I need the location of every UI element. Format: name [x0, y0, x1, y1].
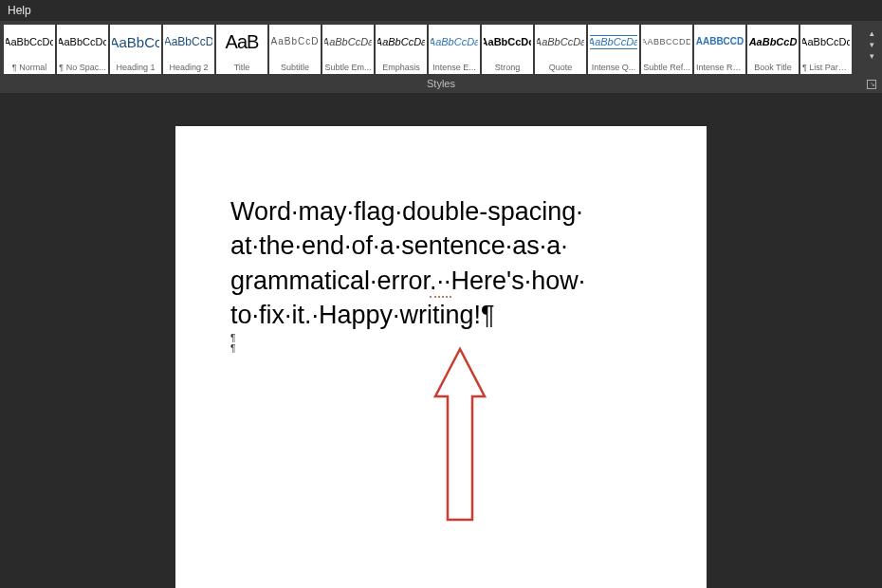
style-item-strong[interactable]: AaBbCcDcStrong: [482, 25, 533, 74]
styles-gallery: AaBbCcDc¶ NormalAaBbCcDc¶ No Spac...AaBb…: [4, 25, 861, 74]
chevron-down-icon: ▾: [870, 40, 874, 49]
style-item-no-spac[interactable]: AaBbCcDc¶ No Spac...: [57, 25, 108, 74]
text-line-3b: Here's·how·: [451, 266, 586, 295]
styles-group-label: Styles ↘: [0, 76, 882, 93]
style-label: ¶ Normal: [6, 63, 53, 72]
style-label: Title: [218, 63, 266, 72]
style-label: Intense Q...: [590, 63, 637, 72]
ribbon: AaBbCcDc¶ NormalAaBbCcDc¶ No Spac...AaBb…: [0, 21, 882, 76]
style-item-list-para[interactable]: AaBbCcDc¶ List Para...: [800, 25, 852, 74]
gallery-expand[interactable]: ▴ ▾ ▾: [865, 25, 878, 64]
style-sample: AaBbCcD: [165, 28, 212, 55]
chevron-expand-icon: ▾: [870, 51, 874, 61]
style-sample: AaBbCc: [112, 28, 159, 55]
style-sample: AABBCCD: [696, 28, 744, 55]
style-label: Heading 2: [165, 63, 212, 72]
style-item-heading-1[interactable]: AaBbCcHeading 1: [110, 25, 161, 74]
grammar-error[interactable]: .··: [430, 266, 451, 298]
text-line-3a: grammatical·error: [230, 266, 430, 295]
style-sample: AaBbCcDa: [377, 28, 425, 55]
style-item-heading-2[interactable]: AaBbCcDHeading 2: [163, 25, 214, 74]
style-sample: AABBCCDD: [643, 28, 690, 55]
text-line-1: Word·may·flag·double-spacing·: [230, 197, 583, 226]
style-label: ¶ No Spac...: [59, 63, 106, 72]
style-label: ¶ List Para...: [802, 63, 850, 72]
style-label: Heading 1: [112, 63, 159, 72]
style-sample: AaBbCcD: [271, 28, 319, 55]
style-item-intense-e[interactable]: AaBbCcDaIntense E...: [429, 25, 480, 74]
style-sample: AaBbCcDc: [59, 28, 106, 55]
style-item-emphasis[interactable]: AaBbCcDaEmphasis: [376, 25, 427, 74]
style-label: Subtle Em...: [324, 63, 372, 72]
style-item-intense-q[interactable]: AaBbCcDaIntense Q...: [588, 25, 639, 74]
style-sample: AaBbCcDa: [324, 28, 372, 55]
style-label: Emphasis: [377, 63, 425, 72]
style-item-normal[interactable]: AaBbCcDc¶ Normal: [4, 25, 55, 74]
style-item-quote[interactable]: AaBbCcDaQuote: [535, 25, 586, 74]
style-sample: AaBbCcD: [749, 28, 797, 55]
style-item-book-title[interactable]: AaBbCcDBook Title: [747, 25, 799, 74]
text-line-2: at·the·end·of·a·sentence·as·a·: [230, 231, 568, 260]
style-sample: AaBbCcDc: [6, 28, 53, 55]
style-item-intense-re[interactable]: AABBCCDIntense Re...: [694, 25, 745, 74]
document-body[interactable]: Word·may·flag·double-spacing· at·the·end…: [230, 194, 652, 333]
style-label: Intense E...: [431, 63, 478, 72]
chevron-up-icon: ▴: [870, 28, 874, 38]
style-item-subtitle[interactable]: AaBbCcDSubtitle: [269, 25, 321, 74]
style-item-subtle-em[interactable]: AaBbCcDaSubtle Em...: [322, 25, 374, 74]
styles-dialog-launcher[interactable]: ↘: [867, 80, 876, 89]
style-label: Intense Re...: [696, 63, 744, 72]
style-sample: AaBbCcDa: [537, 28, 584, 55]
document-area: Word·may·flag·double-spacing· at·the·end…: [0, 93, 882, 588]
style-item-title[interactable]: AaBTitle: [216, 25, 267, 74]
style-sample: AaBbCcDa: [431, 28, 478, 55]
style-label: Strong: [484, 63, 531, 72]
style-label: Book Title: [749, 63, 797, 72]
style-label: Subtle Ref...: [643, 63, 690, 72]
style-label: Quote: [537, 63, 584, 72]
style-sample: AaBbCcDa: [590, 28, 637, 55]
style-item-subtle-ref[interactable]: AABBCCDDSubtle Ref...: [641, 25, 692, 74]
page[interactable]: Word·may·flag·double-spacing· at·the·end…: [175, 126, 707, 588]
style-sample: AaBbCcDc: [484, 28, 531, 55]
annotation-arrow-icon: [422, 340, 498, 539]
help-menu[interactable]: Help: [8, 4, 31, 17]
menu-bar: Help: [0, 0, 882, 21]
text-line-4: to·fix·it.·Happy·writing!¶: [230, 301, 495, 329]
style-sample: AaB: [218, 28, 266, 55]
style-label: Subtitle: [271, 63, 319, 72]
style-sample: AaBbCcDc: [802, 28, 850, 55]
